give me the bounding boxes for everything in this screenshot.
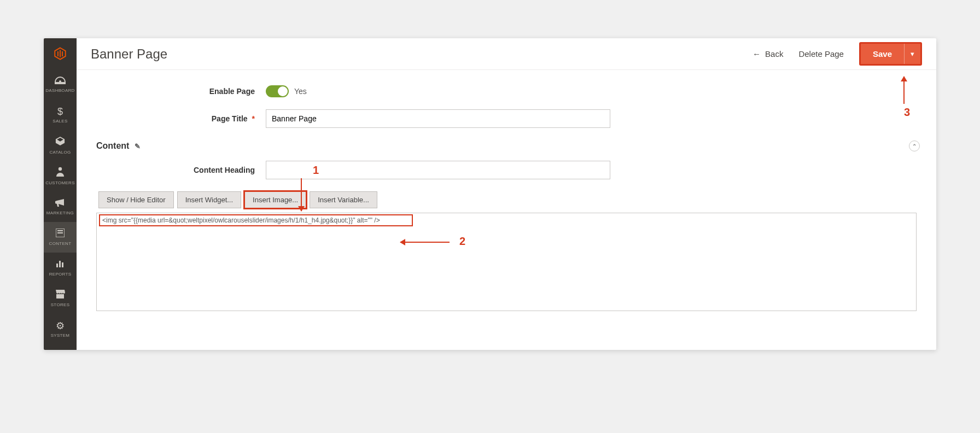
enable-page-row: Enable Page Yes bbox=[96, 85, 917, 97]
gauge-icon bbox=[55, 76, 66, 86]
content-section-header[interactable]: Content ✎ ⌃ bbox=[96, 141, 917, 151]
svg-rect-4 bbox=[57, 232, 63, 233]
back-button[interactable]: ← Back bbox=[752, 49, 783, 58]
nav-marketing[interactable]: MARKETING bbox=[44, 191, 77, 222]
form-body: Enable Page Yes Page Title * Content ✎ ⌃ bbox=[77, 70, 936, 350]
caret-down-icon: ▾ bbox=[911, 50, 914, 58]
edit-icon: ✎ bbox=[135, 142, 141, 150]
enable-page-value: Yes bbox=[294, 87, 307, 96]
insert-image-button[interactable]: Insert Image... bbox=[244, 191, 306, 208]
svg-rect-5 bbox=[56, 264, 58, 267]
delete-page-button[interactable]: Delete Page bbox=[798, 49, 844, 58]
nav-stores[interactable]: STORES bbox=[44, 283, 77, 314]
cube-icon bbox=[55, 136, 65, 148]
page-title-input[interactable] bbox=[266, 109, 610, 128]
page-title-label-text: Page Title bbox=[212, 114, 248, 123]
editor-toolbar: Show / Hide Editor Insert Widget... Inse… bbox=[98, 191, 917, 208]
svg-rect-3 bbox=[57, 230, 63, 231]
svg-point-1 bbox=[59, 167, 62, 171]
content-section-label: Content bbox=[96, 141, 129, 151]
save-button[interactable]: Save bbox=[861, 44, 904, 64]
content-heading-label: Content Heading bbox=[96, 166, 266, 174]
annotation-1: 1 bbox=[313, 164, 319, 177]
nav-label: SALES bbox=[52, 119, 67, 124]
content-editor-textarea[interactable]: <img src="{{media url=&quot;weltpixel/ow… bbox=[96, 213, 917, 311]
page-title: Banner Page bbox=[91, 46, 167, 62]
annotation-3: 3 bbox=[904, 106, 910, 119]
content-icon bbox=[56, 229, 65, 239]
nav-sales[interactable]: $ SALES bbox=[44, 100, 77, 130]
nav-label: REPORTS bbox=[49, 272, 72, 277]
nav-content[interactable]: CONTENT bbox=[44, 222, 77, 253]
required-asterisk: * bbox=[252, 114, 255, 123]
nav-dashboard[interactable]: DASHBOARD bbox=[44, 69, 77, 100]
gear-icon: ⚙ bbox=[56, 321, 65, 331]
app-window: DASHBOARD $ SALES CATALOG CUSTOMERS MARK… bbox=[44, 38, 936, 350]
page-title-row: Page Title * bbox=[96, 109, 917, 128]
svg-rect-6 bbox=[59, 261, 61, 267]
magento-logo-icon bbox=[53, 46, 67, 61]
admin-sidebar: DASHBOARD $ SALES CATALOG CUSTOMERS MARK… bbox=[44, 38, 77, 350]
bars-icon bbox=[56, 259, 65, 270]
megaphone-icon bbox=[55, 198, 65, 208]
content-heading-row: Content Heading bbox=[96, 161, 917, 179]
nav-reports[interactable]: REPORTS bbox=[44, 253, 77, 283]
annotation-2-arrow bbox=[400, 242, 450, 243]
store-icon bbox=[55, 290, 65, 300]
nav-label: CATALOG bbox=[49, 150, 71, 155]
arrow-left-icon: ← bbox=[752, 49, 761, 58]
svg-point-0 bbox=[59, 80, 61, 83]
annotation-1-arrow bbox=[301, 178, 302, 211]
insert-variable-button[interactable]: Insert Variable... bbox=[310, 191, 377, 208]
dollar-icon: $ bbox=[57, 107, 63, 116]
nav-label: DASHBOARD bbox=[45, 88, 74, 93]
svg-rect-7 bbox=[62, 262, 63, 267]
main-panel: Banner Page ← Back Delete Page Save ▾ En… bbox=[77, 38, 936, 350]
enable-page-toggle[interactable] bbox=[266, 85, 289, 97]
page-header: Banner Page ← Back Delete Page Save ▾ bbox=[77, 38, 936, 70]
annotation-2: 2 bbox=[459, 235, 465, 248]
back-label: Back bbox=[765, 49, 783, 58]
nav-catalog[interactable]: CATALOG bbox=[44, 130, 77, 161]
collapse-section-button[interactable]: ⌃ bbox=[909, 141, 920, 151]
show-hide-editor-button[interactable]: Show / Hide Editor bbox=[98, 191, 174, 208]
chevron-up-icon: ⌃ bbox=[912, 143, 917, 149]
nav-label: MARKETING bbox=[46, 210, 74, 215]
insert-widget-button[interactable]: Insert Widget... bbox=[177, 191, 241, 208]
nav-system[interactable]: ⚙ SYSTEM bbox=[44, 314, 77, 344]
delete-label: Delete Page bbox=[798, 49, 844, 58]
nav-label: STORES bbox=[51, 302, 70, 307]
save-dropdown-button[interactable]: ▾ bbox=[904, 44, 920, 64]
save-button-group: Save ▾ bbox=[859, 42, 922, 66]
page-title-label: Page Title * bbox=[96, 114, 266, 123]
nav-label: CUSTOMERS bbox=[45, 180, 75, 185]
editor-code-content: <img src="{{media url=&quot;weltpixel/ow… bbox=[99, 214, 413, 226]
enable-page-label: Enable Page bbox=[96, 87, 266, 96]
nav-label: SYSTEM bbox=[51, 333, 70, 338]
magento-logo bbox=[44, 38, 77, 69]
nav-customers[interactable]: CUSTOMERS bbox=[44, 161, 77, 191]
annotation-3-arrow bbox=[903, 77, 905, 104]
person-icon bbox=[56, 167, 64, 178]
nav-label: CONTENT bbox=[49, 241, 72, 246]
